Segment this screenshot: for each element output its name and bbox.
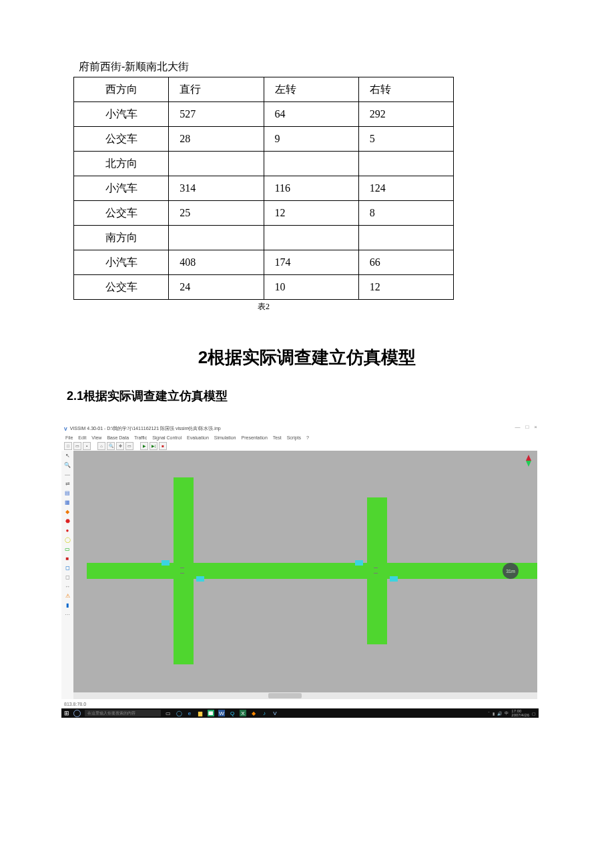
app-edge-icon[interactable]: e — [186, 710, 193, 716]
taskbar-search-input[interactable]: 在这里输入你要搜索的内容 — [85, 710, 161, 716]
menu-item[interactable]: Scripts — [287, 435, 301, 440]
menu-item[interactable]: View — [91, 435, 101, 440]
toolbar: □ ▭ ▪ ⌂ 🔍 ✥ ▭ ▶ ▶| ■ — [61, 441, 539, 451]
start-button-icon[interactable]: ⊞ — [64, 710, 69, 716]
tray-volume-icon[interactable]: 🔊 — [497, 711, 502, 716]
park-tool-icon[interactable]: ◻ — [63, 564, 71, 572]
menu-item[interactable]: Edit — [78, 435, 86, 440]
menu-item[interactable]: Base Data — [107, 435, 129, 440]
window-titlebar: V VISSIM 4.30-01 - D:\我的学习\1411162121 陈国… — [61, 424, 539, 433]
app-excel-icon[interactable]: X — [240, 710, 246, 716]
link-tool-icon[interactable]: ― — [63, 471, 71, 479]
stop-sign-icon[interactable]: ⬣ — [63, 517, 71, 525]
horizontal-scrollbar[interactable] — [73, 692, 537, 699]
menu-item[interactable]: Test — [273, 435, 282, 440]
menubar: File Edit View Base Data Traffic Signal … — [61, 433, 539, 441]
toolbar-stop-icon[interactable]: ■ — [159, 442, 167, 450]
warning-tool-icon[interactable]: ⚠ — [63, 592, 71, 600]
pointer-tool-icon[interactable]: ↖ — [63, 452, 71, 460]
tray-network-icon[interactable]: ▮ — [493, 711, 495, 716]
menu-item[interactable]: Evaluation — [187, 435, 209, 440]
connector-tool-icon[interactable]: ⇄ — [63, 480, 71, 488]
vissim-screenshot: V VISSIM 4.30-01 - D:\我的学习\1411162121 陈国… — [61, 424, 539, 718]
table-row: 小汽车314116124 — [74, 176, 454, 201]
bus-stop-icon[interactable]: ■ — [63, 555, 71, 563]
close-icon[interactable]: × — [534, 424, 537, 430]
toolbar-play-icon[interactable]: ▶ — [140, 442, 148, 450]
misc-tool-icon[interactable]: ⋯ — [63, 611, 71, 619]
route-tool-icon[interactable]: ▤ — [63, 489, 71, 497]
menu-item[interactable]: Simulation — [214, 435, 236, 440]
app-vissim-icon[interactable]: V — [272, 710, 278, 716]
speed-tool-icon[interactable]: ◆ — [63, 508, 71, 516]
table-row: 公交车25128 — [74, 201, 454, 226]
network-canvas[interactable]: 31m — [73, 451, 537, 699]
row-label: 小汽车 — [74, 176, 169, 201]
row-label: 公交车 — [74, 127, 169, 152]
header-left: 左转 — [264, 77, 358, 102]
toolbar-new-icon[interactable]: □ — [64, 442, 72, 450]
app-cortana-icon[interactable]: ◯ — [176, 710, 182, 716]
table-row: 小汽车52764292 — [74, 102, 454, 127]
cortana-icon[interactable] — [73, 710, 81, 717]
bus-stop-marker — [390, 576, 398, 582]
lane-marking — [374, 568, 378, 568]
app-qq-icon[interactable]: Q — [229, 710, 236, 716]
menu-item[interactable]: Signal Control — [152, 435, 182, 440]
row-label: 小汽车 — [74, 102, 169, 127]
vehicle-input-icon[interactable]: ▦ — [63, 499, 71, 507]
app-icon: V — [64, 427, 67, 431]
bus-stop-marker — [355, 560, 363, 566]
toolbar-save-icon[interactable]: ▪ — [83, 442, 91, 450]
row-label: 公交车 — [74, 275, 169, 300]
toolbar-step-icon[interactable]: ▶| — [149, 442, 158, 450]
zoom-tool-icon[interactable]: 🔍 — [63, 461, 71, 469]
menu-item[interactable]: Presentation — [242, 435, 268, 440]
table-caption: 表2 — [67, 301, 460, 312]
toolbar-zoom-icon[interactable]: 🔍 — [107, 442, 115, 450]
task-view-icon[interactable]: ▭ — [165, 710, 172, 716]
row-label: 北方向 — [74, 152, 169, 176]
table-row: 公交车241012 — [74, 275, 454, 300]
chart-tool-icon[interactable]: ▮ — [63, 602, 71, 610]
toolbar-open-icon[interactable]: ▭ — [73, 442, 81, 450]
toolbar-zoom-fit-icon[interactable]: ⌂ — [97, 442, 105, 450]
signal-tool-icon[interactable]: ● — [63, 527, 71, 535]
tray-ime-icon[interactable]: 中 — [505, 710, 509, 716]
tool-palette: ↖ 🔍 ― ⇄ ▤ ▦ ◆ ⬣ ● ◯ ▭ ■ ◻ ◻ ↔ ⚠ ▮ ⋯ — [61, 451, 73, 699]
minimize-icon[interactable]: — — [515, 424, 520, 430]
table-row: 公交车2895 — [74, 127, 454, 152]
toolbar-pan-icon[interactable]: ✥ — [116, 442, 124, 450]
header-direction: 西方向 — [74, 77, 169, 102]
tray-clock[interactable]: 17:002007/4/26 — [511, 709, 529, 717]
menu-item[interactable]: File — [65, 435, 73, 440]
scrollbar-thumb[interactable] — [268, 693, 302, 698]
app-word-icon[interactable]: W — [218, 710, 225, 716]
detector-tool-icon[interactable]: ▭ — [63, 546, 71, 554]
node-tool-icon[interactable]: ◻ — [63, 574, 71, 582]
toolbar-select-icon[interactable]: ▭ — [125, 442, 133, 450]
app-generic-icon[interactable]: ◆ — [250, 710, 257, 716]
traffic-table: 西方向 直行 左转 右转 小汽车52764292 公交车2895 北方向 小汽车… — [73, 77, 454, 300]
road-vertical-right — [367, 497, 387, 644]
windows-taskbar: ⊞ 在这里输入你要搜索的内容 ▭ ◯ e ▆ ⯀ W Q X ◆ ♪ V ˄ ▮… — [61, 708, 539, 718]
measure-tool-icon[interactable]: ↔ — [63, 583, 71, 591]
bus-stop-marker — [162, 560, 170, 566]
app-music-icon[interactable]: ♪ — [261, 710, 268, 716]
menu-item[interactable]: ? — [306, 435, 309, 440]
lane-marking — [374, 573, 378, 574]
priority-tool-icon[interactable]: ◯ — [63, 536, 71, 544]
app-store-icon[interactable]: ⯀ — [208, 710, 214, 716]
tray-notifications-icon[interactable]: ▢ — [532, 711, 536, 716]
maximize-icon[interactable]: □ — [525, 424, 529, 430]
app-explorer-icon[interactable]: ▆ — [197, 710, 204, 716]
scale-badge[interactable]: 31m — [503, 563, 519, 579]
road-vertical-left — [174, 477, 194, 664]
bus-stop-marker — [196, 576, 204, 582]
table-row: 南方向 — [74, 226, 454, 250]
tray-up-icon[interactable]: ˄ — [488, 711, 490, 716]
compass-icon — [524, 455, 533, 467]
row-label: 小汽车 — [74, 250, 169, 275]
system-tray[interactable]: ˄ ▮ 🔊 中 17:002007/4/26 ▢ — [488, 709, 536, 717]
menu-item[interactable]: Traffic — [134, 435, 147, 440]
